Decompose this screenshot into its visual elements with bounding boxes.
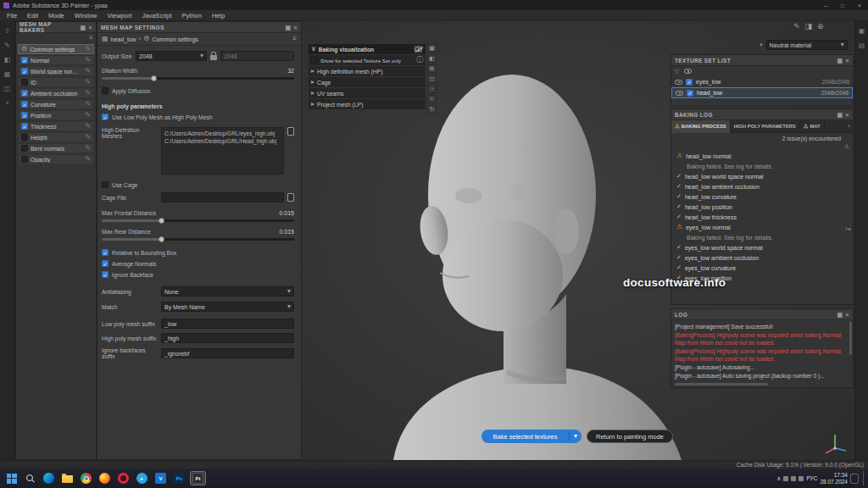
display-mode-icon[interactable]: ◐ <box>760 42 764 48</box>
polygon-fill-tool-icon[interactable]: ◫ <box>4 86 11 92</box>
close-panel-icon[interactable]: × <box>846 58 850 64</box>
baker-item-normal[interactable]: ✓ Normal ✎ <box>18 55 94 65</box>
tab-baking-process[interactable]: ⚠ BAKING PROCESS <box>671 120 731 133</box>
tabs-scroll-icon[interactable]: › <box>845 123 853 130</box>
max-rear-slider[interactable] <box>102 238 294 241</box>
dock-icon[interactable]: ▣ <box>837 112 843 118</box>
texture-set-checkbox[interactable]: ✓ <box>687 90 693 97</box>
section-cage[interactable]: ▸ Cage <box>309 77 426 87</box>
baker-checkbox[interactable] <box>21 156 28 163</box>
minimize-button[interactable]: – <box>819 0 832 10</box>
match-dropdown[interactable]: By Mesh Name ▾ <box>161 302 294 312</box>
section-uv-seams[interactable]: ▸ UV seams <box>309 88 426 98</box>
filter-icon[interactable]: ▽ <box>675 69 679 75</box>
cage-file-input[interactable] <box>161 192 284 202</box>
low-suffix-input[interactable]: _low <box>161 319 294 329</box>
viewport-option-icon[interactable]: ▦ <box>427 44 437 53</box>
baker-checkbox[interactable]: ✓ <box>21 68 28 75</box>
show-desktop-button[interactable] <box>863 471 865 485</box>
eraser-tool-icon[interactable]: ◨ <box>805 23 813 30</box>
menu-python[interactable]: Python <box>177 12 207 19</box>
apply-diffusion-checkbox[interactable] <box>102 87 108 94</box>
taskbar-chrome[interactable] <box>78 471 94 485</box>
toggle-visibility-button[interactable] <box>414 45 423 53</box>
language-indicator[interactable]: РУС <box>806 475 817 481</box>
viewport-option-icon[interactable]: + <box>427 95 437 103</box>
baker-checkbox[interactable]: ✓ <box>21 90 28 97</box>
baker-checkbox[interactable] <box>21 79 28 86</box>
taskbar-opera[interactable] <box>115 471 131 485</box>
maximize-button[interactable]: □ <box>836 0 849 10</box>
start-button[interactable] <box>3 471 19 485</box>
taskbar-clock[interactable]: 17:34 28.07.2024 <box>820 472 848 485</box>
viewport-option-icon[interactable]: ◔ <box>427 85 437 93</box>
dock-panel-icon[interactable]: ▤ <box>859 42 865 49</box>
average-normals-checkbox[interactable]: ✓ <box>102 260 108 267</box>
texture-set-row-eyes-low[interactable]: ✓ eyes_low 2048x2048 <box>671 76 853 87</box>
viewport-option-icon[interactable]: ◫ <box>427 75 437 83</box>
eraser-tool-icon[interactable]: ◧ <box>4 57 11 64</box>
list-options-icon[interactable]: ≡ <box>89 35 93 42</box>
file-browse-icon[interactable] <box>287 193 294 202</box>
share-icon[interactable]: ↪ <box>845 226 851 233</box>
max-frontal-slider[interactable] <box>102 219 294 222</box>
breadcrumb-section[interactable]: Common settings <box>152 36 198 42</box>
close-panel-icon[interactable]: × <box>846 112 850 118</box>
high-suffix-input[interactable]: _high <box>161 333 294 343</box>
menu-viewport[interactable]: Viewport <box>102 12 136 19</box>
baker-item-curvature[interactable]: ✓ Curvature ✎ <box>18 99 94 109</box>
menu-mode[interactable]: Mode <box>43 12 70 19</box>
section-project-mesh[interactable]: ▸ Project mesh (LP) <box>309 99 426 109</box>
baker-checkbox[interactable] <box>21 134 28 141</box>
high-def-meshes-list[interactable]: C:/Users/Admin/Desktop/GRL/eyes_high.obj… <box>161 127 284 175</box>
dock-icon[interactable]: ▣ <box>837 312 843 318</box>
dilation-width-value[interactable]: 32 <box>287 68 294 74</box>
baker-checkbox[interactable]: ✓ <box>21 123 28 130</box>
show-selected-row[interactable]: Show for selected Texture Set only ⓘ <box>309 55 426 65</box>
file-browse-icon[interactable] <box>287 127 294 136</box>
baker-checkbox[interactable] <box>21 145 28 152</box>
tab-high-poly-parameters[interactable]: HIGH POLY PARAMETERS <box>731 120 800 133</box>
baker-item-world-space-normal[interactable]: ✓ World space nor... ✎ <box>18 66 94 76</box>
viewport-option-icon[interactable]: ◧ <box>427 54 437 63</box>
log-content[interactable]: [Project management] Save successful! [B… <box>671 320 853 380</box>
baker-item-height[interactable]: Height ✎ <box>18 132 94 142</box>
close-panel-icon[interactable]: × <box>294 25 298 30</box>
menu-help[interactable]: Help <box>207 12 230 19</box>
baker-item-position[interactable]: ✓ Position ✎ <box>18 110 94 120</box>
show-selected-checkbox[interactable] <box>311 57 318 64</box>
menu-edit[interactable]: Edit <box>22 12 43 19</box>
material-dropdown[interactable]: Neutral material ▾ <box>766 40 848 50</box>
baker-item-opacity[interactable]: Opacity ✎ <box>18 154 94 164</box>
taskbar-vscode[interactable]: V <box>153 471 169 485</box>
menu-file[interactable]: File <box>2 12 22 19</box>
mesh-file-path[interactable]: C:/Users/Admin/Desktop/GRL/Head_high.obj <box>164 137 281 145</box>
menu-window[interactable]: Window <box>70 12 103 19</box>
antialiasing-dropdown[interactable]: None ▾ <box>161 286 294 297</box>
baker-checkbox[interactable]: ✓ <box>21 112 28 119</box>
taskbar-firefox[interactable] <box>97 471 113 485</box>
dock-icon[interactable]: ▣ <box>80 25 86 30</box>
export-tool-icon[interactable]: ⇧ <box>4 28 10 35</box>
tray-icon[interactable] <box>798 476 804 481</box>
use-cage-checkbox[interactable] <box>102 181 108 188</box>
section-high-definition-mesh[interactable]: ▸ High definition mesh (HP) <box>309 66 426 76</box>
tray-expand-icon[interactable]: ∧ <box>776 475 781 481</box>
taskbar-substance-painter-active[interactable]: Pt <box>190 471 206 485</box>
menu-javascript[interactable]: JavaScript <box>137 12 177 19</box>
breadcrumb-mesh[interactable]: head_low <box>111 36 136 42</box>
taskbar-edge[interactable] <box>41 471 57 485</box>
max-rear-value[interactable]: 0.015 <box>279 229 294 235</box>
baker-item-thickness[interactable]: ✓ Thickness ✎ <box>18 121 94 131</box>
bake-selected-textures-button[interactable]: Bake selected textures ▾ <box>481 430 581 443</box>
dock-panel-icon[interactable]: ▣ <box>859 28 865 35</box>
dilation-width-slider[interactable] <box>102 77 294 80</box>
baker-item-ambient-occlusion[interactable]: ✓ Ambient occlusion ✎ <box>18 88 94 98</box>
dock-icon[interactable]: ▣ <box>837 58 843 64</box>
close-panel-icon[interactable]: × <box>846 312 850 318</box>
use-low-as-high-checkbox[interactable]: ✓ <box>102 114 108 120</box>
dock-icon[interactable]: ▣ <box>285 25 291 30</box>
texture-set-checkbox[interactable]: ✓ <box>686 79 693 86</box>
max-frontal-value[interactable]: 0.015 <box>279 210 294 216</box>
horizontal-scrollbar[interactable] <box>675 383 768 385</box>
